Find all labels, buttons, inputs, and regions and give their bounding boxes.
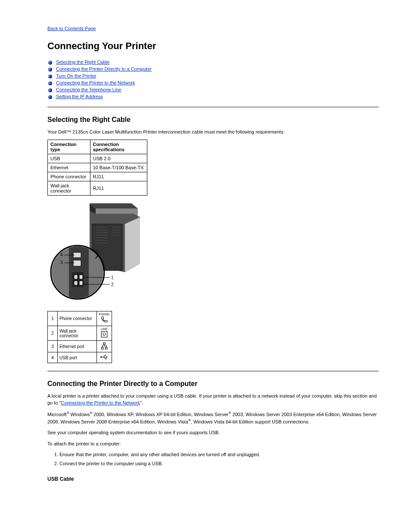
svg-rect-43 — [105, 348, 107, 349]
toc-item-5[interactable]: Connecting the Telephone Line — [56, 87, 121, 92]
table-row: 2 Wall jack connector LINE — [48, 326, 112, 341]
toc-item-3[interactable]: Turn On the Printer — [56, 73, 97, 78]
usb-cable-heading: USB Cable — [47, 476, 379, 482]
section-2-p1: A local printer is a printer attached to… — [47, 393, 379, 406]
list-item: Connect the printer to the computer usin… — [59, 460, 379, 467]
table-row: Ethernet 10 Base-T/100 Base-TX — [48, 163, 147, 172]
ports-table: 1 Phone connector PHONE 2 Wall jack conn… — [47, 311, 112, 363]
svg-rect-26 — [79, 281, 83, 285]
table-header-spec: Connection specifications — [90, 140, 147, 154]
svg-point-47 — [106, 358, 106, 359]
section-2-p2: Microsoft® Windows® 2000, Windows XP, Wi… — [47, 411, 379, 425]
svg-rect-37 — [103, 343, 106, 345]
table-row: 1 Phone connector PHONE — [48, 311, 112, 326]
ethernet-icon — [97, 341, 112, 352]
table-row: USB USB 2.0 — [48, 154, 147, 163]
divider — [47, 371, 379, 371]
phone-icon: PHONE — [97, 311, 112, 326]
toc-item-2[interactable]: Connecting the Printer Directly to a Com… — [56, 66, 152, 72]
printer-diagram: 4 3 1 2 — [47, 203, 147, 307]
network-section-link[interactable]: Connecting the Printer to the Network — [61, 400, 140, 405]
toc-item-4[interactable]: Connecting the Printer to the Network — [56, 80, 135, 85]
svg-rect-21 — [73, 260, 81, 266]
svg-rect-36 — [101, 332, 107, 338]
toc-item-6[interactable]: Setting the IP Address — [56, 94, 103, 99]
wall-jack-icon: LINE — [97, 326, 112, 341]
svg-text:3: 3 — [60, 260, 63, 265]
usb-icon — [97, 352, 112, 363]
svg-text:1: 1 — [111, 275, 114, 280]
toc-item-1[interactable]: Selecting the Right Cable — [56, 59, 109, 65]
requirements-table: Connection type Connection specification… — [47, 140, 147, 196]
back-to-contents-link[interactable]: Back to Contents Page — [47, 26, 96, 31]
steps-list: Ensure that the printer, computer, and a… — [47, 451, 379, 467]
table-row: 4 USB port — [48, 352, 112, 363]
table-row: 3 Ethernet port — [48, 341, 112, 352]
section-2-p3: See your computer operating system docum… — [47, 429, 379, 436]
svg-point-44 — [100, 357, 102, 358]
divider — [47, 107, 379, 107]
section-2-heading: Connecting the Printer Directly to a Com… — [47, 380, 379, 388]
table-row: Phone connector RJ11 — [48, 172, 147, 181]
svg-rect-25 — [74, 281, 78, 285]
section-2-p4: To attach the printer to a computer: — [47, 441, 379, 447]
table-of-contents: Selecting the Right Cable Connecting the… — [47, 59, 379, 99]
section-1-intro: Your Dell™ 2135cn Color Laser Multifunct… — [47, 129, 379, 135]
page-title: Connecting Your Printer — [47, 40, 379, 52]
svg-text:2: 2 — [111, 282, 114, 287]
list-item: Ensure that the printer, computer, and a… — [59, 451, 379, 458]
table-header-type: Connection type — [48, 140, 90, 154]
table-row: Wall jack connector RJ11 — [48, 181, 147, 196]
svg-rect-23 — [74, 275, 78, 279]
svg-rect-42 — [101, 348, 103, 349]
svg-rect-46 — [105, 355, 106, 356]
svg-rect-24 — [79, 275, 83, 279]
svg-text:4: 4 — [60, 252, 63, 257]
section-1-heading: Selecting the Right Cable — [47, 116, 379, 124]
